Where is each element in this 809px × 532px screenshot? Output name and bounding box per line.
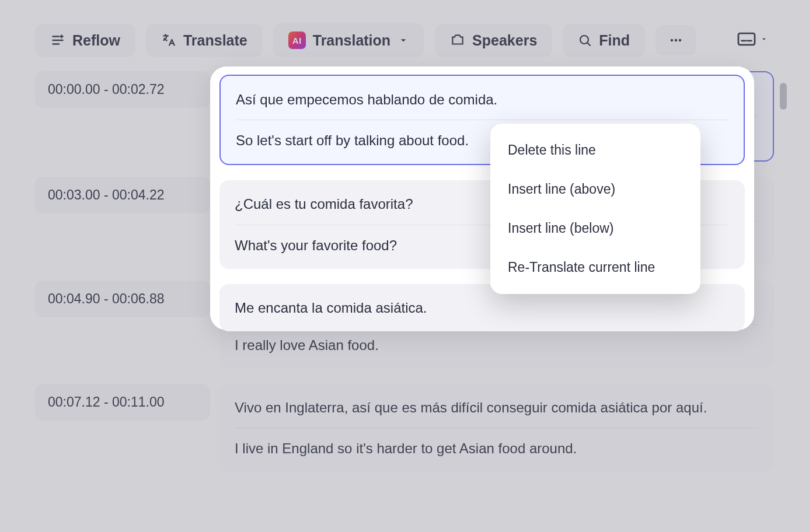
timestamp-chip[interactable]: 00:03.00 - 00:04.22 xyxy=(35,177,210,214)
subtitle-view-icon xyxy=(737,31,756,50)
reflow-button[interactable]: Reflow xyxy=(35,24,135,57)
reflow-icon xyxy=(50,33,65,48)
cell-divider xyxy=(235,428,759,428)
timestamp-chip[interactable]: 00:04.90 - 00:06.88 xyxy=(35,281,210,317)
scrollbar-thumb[interactable] xyxy=(780,83,787,110)
translate-label: Translate xyxy=(183,32,247,49)
translation-label: Translation xyxy=(313,32,390,49)
find-button[interactable]: Find xyxy=(563,24,645,57)
target-text: I really love Asian food. xyxy=(235,334,759,356)
svg-point-0 xyxy=(580,36,588,44)
source-text: Me encanta la comida asiática. xyxy=(235,297,730,318)
svg-rect-4 xyxy=(738,33,755,45)
caret-down-icon xyxy=(760,35,768,46)
svg-point-1 xyxy=(671,39,673,41)
search-icon xyxy=(578,33,592,47)
translation-dropdown[interactable]: AI Translation xyxy=(273,23,424,57)
timestamp-chip[interactable]: 00:00.00 - 00:02.72 xyxy=(35,71,210,108)
find-label: Find xyxy=(599,32,630,49)
menu-item-delete-line[interactable]: Delete this line xyxy=(490,131,700,170)
reflow-label: Reflow xyxy=(72,32,120,49)
context-menu: Delete this line Insert line (above) Ins… xyxy=(490,124,700,294)
transcript-row: 00:07.12 - 00:11.00 Vivo en Inglaterra, … xyxy=(35,384,774,472)
svg-point-3 xyxy=(679,39,681,41)
timestamp-chip[interactable]: 00:07.12 - 00:11.00 xyxy=(35,384,210,421)
menu-item-insert-above[interactable]: Insert line (above) xyxy=(490,170,700,209)
transcript-cell[interactable]: Vivo en Inglaterra, así que es más difíc… xyxy=(219,384,774,472)
source-text: Así que empecemos hablando de comida. xyxy=(236,89,728,120)
chevron-down-icon xyxy=(397,34,409,46)
target-text: I live in England so it's harder to get … xyxy=(235,438,759,459)
svg-point-2 xyxy=(675,39,677,41)
translate-icon xyxy=(161,33,176,48)
view-mode-toggle[interactable] xyxy=(731,26,774,54)
more-horizontal-icon xyxy=(667,33,685,47)
source-text: Vivo en Inglaterra, así que es más difíc… xyxy=(235,397,759,428)
ai-badge-icon: AI xyxy=(288,32,306,49)
speakers-label: Speakers xyxy=(472,32,537,49)
menu-item-retranslate[interactable]: Re-Translate current line xyxy=(490,248,700,287)
menu-item-insert-below[interactable]: Insert line (below) xyxy=(490,209,700,248)
more-button[interactable] xyxy=(655,25,696,55)
cell-divider xyxy=(236,120,728,120)
toolbar: Reflow Translate AI Translation Speakers xyxy=(0,0,809,71)
translate-button[interactable]: Translate xyxy=(146,24,263,57)
speakers-icon xyxy=(450,33,465,48)
speakers-button[interactable]: Speakers xyxy=(435,24,552,57)
